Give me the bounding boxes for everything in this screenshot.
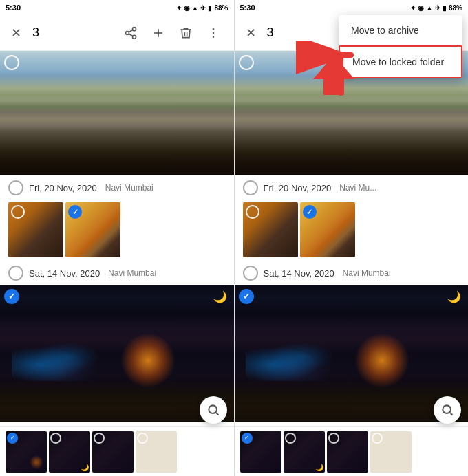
strip-thumb-2-right[interactable]: 🌙 <box>284 431 325 473</box>
strip-check-2-right[interactable] <box>285 433 296 444</box>
status-bar-left: 5:30 ✦ ◉ ▲ ✈ ▮ 88% <box>0 0 234 15</box>
signal-icon-r: ✦ <box>410 4 416 12</box>
strip-thumb-2-left[interactable]: 🌙 <box>49 431 90 473</box>
thumb-1-right[interactable] <box>243 202 298 257</box>
search-fab-left[interactable] <box>200 396 227 424</box>
date-text-2-right: Sat, 14 Nov, 2020 <box>264 268 334 279</box>
night-lights-right <box>235 285 469 422</box>
date-text-1-left: Fri, 20 Nov, 2020 <box>29 183 97 193</box>
svg-point-0 <box>132 27 136 30</box>
status-bar-right: 5:30 ✦ ◉ ▲ ✈ ▮ 88% <box>235 0 469 15</box>
date-circle-2-right[interactable] <box>243 266 258 281</box>
svg-line-4 <box>129 30 133 32</box>
strip-thumb-1-left[interactable] <box>6 431 47 473</box>
wifi-icon-r: ▲ <box>426 4 433 12</box>
thumb-row-right <box>235 202 469 257</box>
date-section-2-right: Sat, 14 Nov, 2020 Navi Mumbai <box>235 260 469 285</box>
close-button-right[interactable]: ✕ <box>243 23 259 43</box>
location-icon-r: ◉ <box>418 4 424 12</box>
thumb-1-left[interactable] <box>8 202 63 257</box>
bottom-strip-left: 🌙 <box>0 426 234 476</box>
moon-small-2-right: 🌙 <box>315 464 323 471</box>
red-arrow-annotation <box>286 41 354 99</box>
moon-small-2-left: 🌙 <box>81 464 89 471</box>
strip-check-3-right[interactable] <box>328 433 339 444</box>
moon-icon-right: 🌙 <box>447 290 461 303</box>
svg-point-10 <box>209 405 217 413</box>
fire-glow-left <box>120 333 176 388</box>
strip-check-4-right[interactable] <box>372 433 383 444</box>
location-1-left: Navi Mumbai <box>105 183 153 193</box>
svg-point-8 <box>212 32 214 34</box>
strip-thumb-3-right[interactable] <box>327 431 368 473</box>
city-photo-left[interactable] <box>0 51 234 175</box>
gallery-left: Fri, 20 Nov, 2020 Navi Mumbai Sat, 14 No… <box>0 51 234 426</box>
status-icons-left: ✦ ◉ ▲ ✈ ▮ 88% <box>176 4 228 12</box>
time-right: 5:30 <box>240 3 255 12</box>
left-panel: 5:30 ✦ ◉ ▲ ✈ ▮ 88% ✕ 3 <box>0 0 234 476</box>
svg-line-23 <box>450 413 453 415</box>
svg-line-3 <box>129 34 133 36</box>
close-button-left[interactable]: ✕ <box>8 23 24 43</box>
thumb-1-check-left[interactable] <box>11 205 25 219</box>
date-section-2-left: Sat, 14 Nov, 2020 Navi Mumbai <box>0 260 234 285</box>
date-text-1-right: Fri, 20 Nov, 2020 <box>264 183 332 193</box>
date-circle-1-left[interactable] <box>8 180 23 195</box>
gallery-right: Fri, 20 Nov, 2020 Navi Mu... Sat, 14 Nov… <box>235 51 469 426</box>
delete-button[interactable] <box>173 21 198 45</box>
toolbar-actions-left <box>118 21 226 45</box>
night-photo-left[interactable]: 🌙 <box>0 285 234 422</box>
location-1-right: Navi Mu... <box>339 183 376 193</box>
thumb-2-left[interactable] <box>65 202 120 257</box>
svg-point-22 <box>443 405 451 413</box>
selection-count-left: 3 <box>30 25 113 40</box>
date-circle-1-right[interactable] <box>243 180 258 195</box>
share-button[interactable] <box>118 21 143 45</box>
status-icons-right: ✦ ◉ ▲ ✈ ▮ 88% <box>410 4 462 12</box>
svg-point-1 <box>125 31 129 34</box>
strip-thumb-4-left[interactable] <box>136 431 177 473</box>
battery-pct-right: 88% <box>449 4 462 12</box>
strip-check-1-right[interactable] <box>242 433 253 444</box>
strip-thumb-4-right[interactable] <box>370 431 412 473</box>
thumb-row-left <box>0 202 234 257</box>
thumb-2-check-right[interactable] <box>303 205 317 219</box>
city-photo-select-left[interactable] <box>4 55 19 70</box>
svg-point-9 <box>212 36 214 38</box>
strip-check-4-left[interactable] <box>137 433 148 444</box>
strip-thumb-3-left[interactable] <box>92 431 134 473</box>
location-2-right: Navi Mumbai <box>343 268 391 278</box>
signal-icon: ✦ <box>176 4 182 12</box>
right-panel: 5:30 ✦ ◉ ▲ ✈ ▮ 88% ✕ 3 <box>235 0 469 476</box>
svg-point-2 <box>132 35 136 39</box>
city-photo-select-right[interactable] <box>239 55 254 70</box>
toolbar-left: ✕ 3 <box>0 15 234 51</box>
date-section-1-left: Fri, 20 Nov, 2020 Navi Mumbai <box>0 175 234 199</box>
svg-line-11 <box>215 413 218 415</box>
bottom-strip-right: 🌙 <box>235 426 469 476</box>
night-lights-left <box>0 285 234 422</box>
strip-check-3-left[interactable] <box>94 433 105 444</box>
search-fab-right[interactable] <box>434 396 461 424</box>
time-left: 5:30 <box>6 3 21 12</box>
date-circle-2-left[interactable] <box>8 266 23 281</box>
strip-thumb-1-right[interactable] <box>240 431 281 473</box>
add-button[interactable] <box>146 21 171 45</box>
strip-check-2-left[interactable] <box>50 433 61 444</box>
wifi-icon: ▲ <box>192 4 199 12</box>
thumb-2-right[interactable] <box>300 202 355 257</box>
svg-marker-25 <box>313 55 354 95</box>
light-string-left <box>12 340 105 381</box>
thumb-2-check-left[interactable] <box>68 205 82 219</box>
svg-point-7 <box>212 28 214 30</box>
fire-glow-right <box>354 333 410 388</box>
thumb-1-check-right[interactable] <box>246 205 259 219</box>
battery-pct-left: 88% <box>214 4 228 12</box>
menu-item-archive[interactable]: Move to archive <box>339 15 462 45</box>
menu-item-locked-folder[interactable]: Move to locked folder <box>339 45 462 78</box>
airplane-icon: ✈ <box>200 4 206 12</box>
night-photo-right[interactable]: 🌙 <box>235 285 469 422</box>
date-section-1-right: Fri, 20 Nov, 2020 Navi Mu... <box>235 175 469 199</box>
more-button-left[interactable] <box>201 21 226 45</box>
battery-icon: ▮ <box>208 4 212 12</box>
